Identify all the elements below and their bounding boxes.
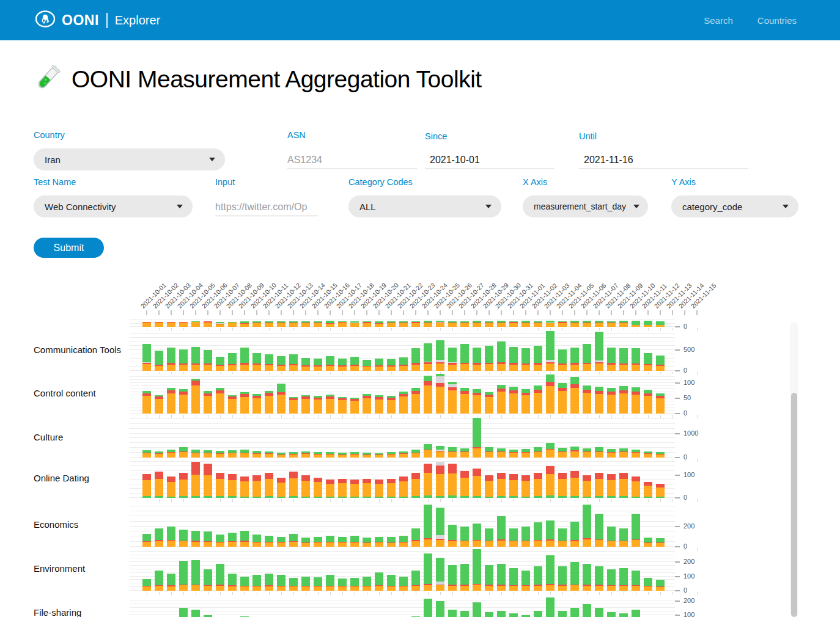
bar-segment-confirmed[interactable] [301, 453, 310, 454]
bar-segment-anomaly[interactable] [546, 323, 554, 327]
bar-segment-confirmed[interactable] [252, 475, 261, 481]
bar-segment-confirmed[interactable] [191, 585, 200, 586]
bar-segment-anomaly[interactable] [448, 323, 457, 327]
bar-segment-ok[interactable] [521, 348, 530, 363]
bar-segment-anomaly[interactable] [448, 365, 457, 371]
bar-segment-ok[interactable] [485, 346, 493, 363]
bar-segment-anomaly[interactable] [460, 541, 469, 547]
bar-segment-anomaly[interactable] [252, 398, 261, 414]
bar-segment-anomaly[interactable] [558, 452, 567, 458]
bar-segment-confirmed[interactable] [399, 453, 408, 454]
bar-segment-ok[interactable] [448, 610, 457, 617]
bar-segment-confirmed[interactable] [485, 363, 493, 364]
bar-segment-anomaly[interactable] [485, 364, 493, 371]
bar-segment-confirmed[interactable] [399, 323, 408, 323]
bar-segment-anomaly[interactable] [570, 541, 579, 547]
bar-segment-ok[interactable] [436, 446, 444, 450]
bar-segment-confirmed[interactable] [485, 451, 493, 452]
bar-segment-confirmed[interactable] [595, 323, 603, 323]
bar-segment-ok[interactable] [326, 321, 334, 323]
bar-segment-ok[interactable] [204, 450, 212, 453]
bar-segment-anomaly[interactable] [436, 585, 444, 591]
bar-segment-ok[interactable] [167, 527, 175, 540]
bar-segment-confirmed[interactable] [204, 393, 212, 396]
bar-segment-ok[interactable] [656, 393, 665, 396]
bar-segment-ok[interactable] [387, 537, 396, 542]
bar-segment-ok[interactable] [179, 447, 188, 451]
bar-segment-anomaly[interactable] [509, 480, 518, 497]
bar-segment-ok[interactable] [607, 348, 616, 363]
bar-segment-anomaly[interactable] [521, 365, 530, 371]
bar-segment-anomaly[interactable] [338, 542, 347, 547]
bar-segment-anomaly[interactable] [240, 542, 249, 547]
bar-segment-anomaly[interactable] [485, 397, 493, 414]
bar-segment-anomaly[interactable] [204, 365, 212, 371]
bar-segment-anomaly[interactable] [240, 481, 249, 496]
bar-segment-confirmed[interactable] [521, 363, 530, 365]
bar-segment-anomaly[interactable] [473, 365, 481, 371]
bar-segment-anomaly[interactable] [656, 487, 665, 497]
bar-segment-ok[interactable] [191, 531, 200, 541]
bar-segment-anomaly[interactable] [216, 479, 224, 496]
bar-segment-ok[interactable] [277, 356, 286, 365]
bar-segment-confirmed[interactable] [387, 454, 396, 455]
bar-segment-ok[interactable] [521, 527, 530, 541]
bar-segment-anomaly[interactable] [277, 323, 286, 327]
bar-segment-confirmed[interactable] [301, 365, 310, 367]
bar-segment-ok[interactable] [326, 395, 334, 396]
bar-segment-anomaly[interactable] [375, 542, 383, 547]
bar-segment-ok[interactable] [216, 322, 224, 323]
bar-segment-anomaly[interactable] [228, 399, 237, 414]
bar-segment-confirmed[interactable] [534, 473, 542, 479]
bar-segment-ok[interactable] [142, 391, 151, 393]
bar-segment-confirmed[interactable] [216, 585, 224, 585]
bar-segment-ok[interactable] [424, 495, 432, 498]
bar-segment-anomaly[interactable] [191, 453, 200, 458]
bar-segment-ok[interactable] [375, 497, 383, 498]
bar-segment-confirmed[interactable] [326, 454, 334, 455]
bar-segment-anomaly[interactable] [460, 394, 469, 414]
bar-segment-anomaly[interactable] [436, 323, 444, 327]
bar-segment-anomaly[interactable] [155, 366, 163, 371]
bar-segment-confirmed[interactable] [204, 541, 212, 542]
bar-segment-anomaly[interactable] [314, 542, 322, 547]
bar-segment-confirmed[interactable] [460, 391, 469, 394]
bar-segment-anomaly[interactable] [314, 367, 322, 371]
bar-segment-anomaly[interactable] [632, 453, 640, 458]
bar-segment-confirmed[interactable] [570, 363, 579, 364]
bar-segment-confirmed[interactable] [252, 542, 261, 542]
bar-segment-failure[interactable] [424, 362, 432, 362]
bar-segment-anomaly[interactable] [583, 539, 591, 547]
bar-segment-failure[interactable] [448, 362, 457, 363]
bar-segment-ok[interactable] [583, 497, 591, 498]
bar-segment-confirmed[interactable] [179, 322, 188, 323]
bar-segment-anomaly[interactable] [338, 455, 347, 458]
bar-segment-anomaly[interactable] [424, 450, 432, 458]
bar-segment-ok[interactable] [314, 452, 322, 454]
bar-segment-ok[interactable] [363, 453, 371, 455]
bar-segment-ok[interactable] [583, 321, 591, 323]
bar-segment-ok[interactable] [656, 356, 665, 365]
bar-segment-anomaly[interactable] [570, 585, 579, 591]
bar-segment-ok[interactable] [155, 571, 163, 585]
bar-segment-anomaly[interactable] [607, 541, 616, 547]
bar-segment-anomaly[interactable] [424, 364, 432, 371]
input-url-field[interactable] [215, 198, 318, 216]
bar-segment-anomaly[interactable] [424, 473, 432, 495]
bar-segment-ok[interactable] [558, 349, 567, 363]
brand[interactable]: OONI Explorer [35, 10, 160, 31]
x-axis-select[interactable]: measurement_start_day [523, 195, 648, 217]
bar-segment-anomaly[interactable] [314, 455, 322, 458]
bar-segment-anomaly[interactable] [265, 542, 273, 547]
bar-segment-failure[interactable] [436, 462, 444, 466]
bar-segment-ok[interactable] [240, 392, 249, 394]
bar-segment-ok[interactable] [375, 321, 383, 323]
bar-segment-ok[interactable] [436, 496, 444, 498]
bar-segment-ok[interactable] [363, 360, 371, 365]
bar-segment-anomaly[interactable] [546, 386, 554, 414]
bar-segment-anomaly[interactable] [411, 479, 420, 496]
bar-segment-confirmed[interactable] [619, 585, 628, 586]
bar-segment-ok[interactable] [509, 613, 518, 617]
bar-segment-anomaly[interactable] [167, 323, 175, 327]
bar-segment-confirmed[interactable] [387, 323, 396, 323]
